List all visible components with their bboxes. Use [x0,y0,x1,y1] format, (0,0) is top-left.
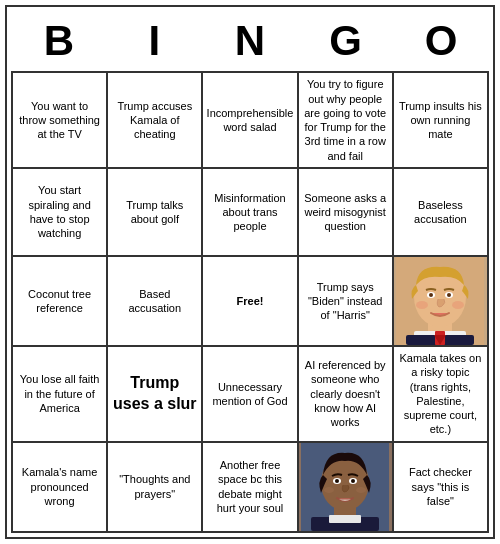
kamala-face-image [301,443,389,531]
cell-free[interactable]: Free! [203,257,298,347]
letter-o: O [397,17,485,65]
cell-r4c2[interactable]: Another free space bc this debate might … [203,443,298,533]
svg-point-22 [324,487,334,493]
cell-r0c3[interactable]: You try to figure out why people are goi… [299,73,394,169]
cell-r2c1[interactable]: Based accusation [108,257,203,347]
svg-point-20 [335,479,339,483]
letter-i: I [110,17,198,65]
bingo-grid: You want to throw something at the TV Tr… [11,71,489,533]
svg-point-8 [447,293,451,297]
cell-r3c0[interactable]: You lose all faith in the future of Amer… [13,347,108,443]
cell-r3c2[interactable]: Unnecessary mention of God [203,347,298,443]
cell-r0c2[interactable]: Incomprehensible word salad [203,73,298,169]
cell-r1c4[interactable]: Baseless accusation [394,169,489,257]
cell-kamala-face[interactable] [299,443,394,533]
cell-r0c0[interactable]: You want to throw something at the TV [13,73,108,169]
cell-r4c4[interactable]: Fact checker says "this is false" [394,443,489,533]
svg-point-23 [356,487,366,493]
svg-point-9 [416,301,428,309]
cell-r3c3[interactable]: AI referenced by someone who clearly doe… [299,347,394,443]
cell-r1c1[interactable]: Trump talks about golf [108,169,203,257]
svg-rect-16 [329,515,361,523]
cell-r3c1[interactable]: Trump uses a slur [108,347,203,443]
svg-point-7 [429,293,433,297]
cell-r2c3[interactable]: Trump says "Biden" instead of "Harris" [299,257,394,347]
cell-r1c0[interactable]: You start spiraling and have to stop wat… [13,169,108,257]
trump-face-image [396,257,484,345]
cell-r1c2[interactable]: Misinformation about trans people [203,169,298,257]
bingo-card: B I N G O You want to throw something at… [5,5,495,539]
letter-n: N [206,17,294,65]
cell-r0c1[interactable]: Trump accuses Kamala of cheating [108,73,203,169]
bingo-header: B I N G O [11,11,489,71]
cell-trump-face[interactable] [394,257,489,347]
cell-r1c3[interactable]: Someone asks a weird misogynist question [299,169,394,257]
svg-point-21 [351,479,355,483]
svg-point-10 [452,301,464,309]
cell-r4c1[interactable]: "Thoughts and prayers" [108,443,203,533]
letter-b: B [15,17,103,65]
cell-r2c0[interactable]: Coconut tree reference [13,257,108,347]
cell-r4c0[interactable]: Kamala's name pronounced wrong [13,443,108,533]
cell-r3c4[interactable]: Kamala takes on a risky topic (trans rig… [394,347,489,443]
letter-g: G [302,17,390,65]
cell-r0c4[interactable]: Trump insults his own running mate [394,73,489,169]
